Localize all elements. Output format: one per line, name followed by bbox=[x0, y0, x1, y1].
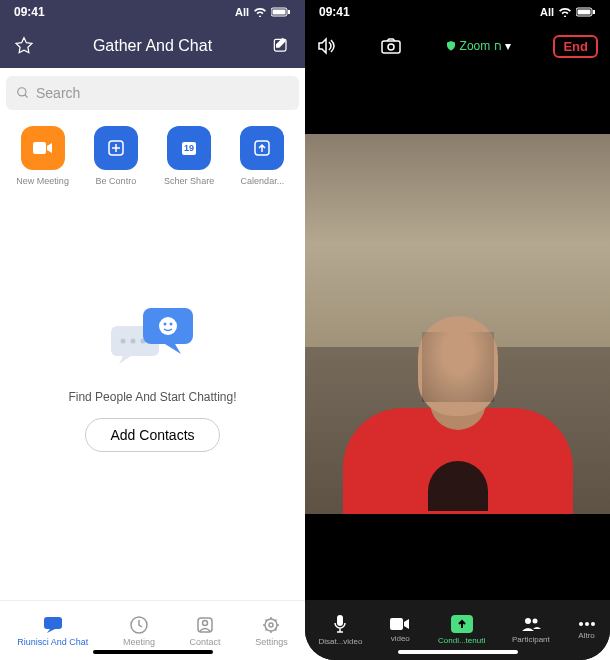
tab-more[interactable]: Altro bbox=[577, 620, 597, 640]
action-schedule[interactable]: 19 Scher Share bbox=[154, 126, 224, 186]
share-up-icon bbox=[253, 139, 271, 157]
video-feed bbox=[305, 134, 610, 514]
shield-check-icon bbox=[445, 40, 457, 52]
status-time: 09:41 bbox=[319, 5, 350, 19]
action-share[interactable]: Calendar... bbox=[227, 126, 297, 186]
svg-rect-2 bbox=[288, 10, 290, 14]
battery-icon bbox=[576, 7, 596, 17]
svg-point-15 bbox=[163, 323, 166, 326]
svg-point-16 bbox=[169, 323, 172, 326]
tab-meeting[interactable]: Meeting bbox=[123, 615, 155, 647]
speaker-button[interactable] bbox=[317, 37, 337, 55]
wifi-icon bbox=[558, 7, 572, 17]
svg-point-10 bbox=[120, 339, 125, 344]
mic-icon bbox=[332, 614, 348, 634]
zoom-indicator[interactable]: Zoom ח ▾ bbox=[445, 39, 511, 53]
chat-icon bbox=[42, 615, 64, 635]
tab-participants[interactable]: Participant bbox=[512, 616, 550, 644]
battery-icon bbox=[271, 7, 291, 17]
svg-rect-26 bbox=[382, 41, 400, 53]
svg-point-14 bbox=[159, 317, 177, 335]
right-phone-call: 09:41 All Zoom ח ▾ End Disat...video vid… bbox=[305, 0, 610, 660]
wifi-icon bbox=[253, 7, 267, 17]
header-title: Gather And Chat bbox=[93, 37, 212, 55]
home-indicator[interactable] bbox=[93, 650, 213, 654]
svg-rect-28 bbox=[337, 615, 343, 626]
chat-illustration bbox=[103, 296, 203, 376]
svg-point-22 bbox=[269, 623, 273, 627]
action-row: New Meeting Be Contro 19 Scher Share Cal… bbox=[0, 118, 305, 188]
status-indicators: All bbox=[235, 6, 291, 18]
status-bar: 09:41 All bbox=[0, 0, 305, 24]
tab-settings[interactable]: Settings bbox=[255, 615, 288, 647]
contact-icon bbox=[195, 615, 215, 635]
svg-point-33 bbox=[585, 622, 589, 626]
plus-icon bbox=[107, 139, 125, 157]
svg-rect-25 bbox=[593, 10, 595, 14]
more-icon bbox=[577, 620, 597, 628]
video-icon bbox=[389, 617, 411, 631]
empty-text: Find People And Start Chatting! bbox=[68, 390, 236, 404]
end-button[interactable]: End bbox=[553, 35, 598, 58]
share-up-icon bbox=[456, 618, 468, 630]
tab-video[interactable]: video bbox=[389, 617, 411, 643]
svg-point-31 bbox=[532, 619, 537, 624]
svg-rect-24 bbox=[578, 10, 591, 15]
action-join[interactable]: Be Contro bbox=[81, 126, 151, 186]
svg-point-30 bbox=[525, 618, 531, 624]
participants-icon bbox=[520, 616, 542, 632]
svg-rect-1 bbox=[273, 10, 286, 15]
camera-switch-button[interactable] bbox=[380, 37, 402, 55]
search-input[interactable]: Search bbox=[6, 76, 299, 110]
tab-meet-chat[interactable]: Riunisci And Chat bbox=[17, 615, 88, 647]
tab-contact[interactable]: Contact bbox=[190, 615, 221, 647]
left-phone-home: 09:41 All Gather And Chat Search New Mee… bbox=[0, 0, 305, 660]
clock-icon bbox=[129, 615, 149, 635]
svg-point-27 bbox=[388, 44, 394, 50]
video-icon bbox=[32, 140, 54, 156]
empty-state: Find People And Start Chatting! Add Cont… bbox=[0, 188, 305, 600]
tab-mute[interactable]: Disat...video bbox=[318, 614, 362, 646]
svg-rect-17 bbox=[44, 617, 62, 629]
search-placeholder: Search bbox=[36, 85, 80, 101]
home-indicator[interactable] bbox=[398, 650, 518, 654]
svg-point-4 bbox=[18, 88, 26, 96]
gear-icon bbox=[261, 615, 281, 635]
call-top-bar: Zoom ח ▾ End bbox=[305, 24, 610, 68]
search-icon bbox=[16, 86, 30, 100]
status-bar: 09:41 All bbox=[305, 0, 610, 24]
svg-rect-5 bbox=[33, 142, 46, 154]
compose-icon[interactable] bbox=[271, 36, 291, 56]
status-indicators: All bbox=[540, 6, 596, 18]
add-contacts-button[interactable]: Add Contacts bbox=[85, 418, 219, 452]
svg-point-32 bbox=[579, 622, 583, 626]
star-icon[interactable] bbox=[14, 36, 34, 56]
svg-point-20 bbox=[203, 620, 208, 625]
svg-rect-29 bbox=[390, 618, 403, 630]
svg-point-34 bbox=[591, 622, 595, 626]
status-time: 09:41 bbox=[14, 5, 45, 19]
video-area[interactable] bbox=[305, 68, 610, 600]
svg-point-11 bbox=[130, 339, 135, 344]
action-new-meeting[interactable]: New Meeting bbox=[8, 126, 78, 186]
tab-share[interactable]: Condi...tenuti bbox=[438, 615, 485, 645]
app-header: Gather And Chat bbox=[0, 24, 305, 68]
